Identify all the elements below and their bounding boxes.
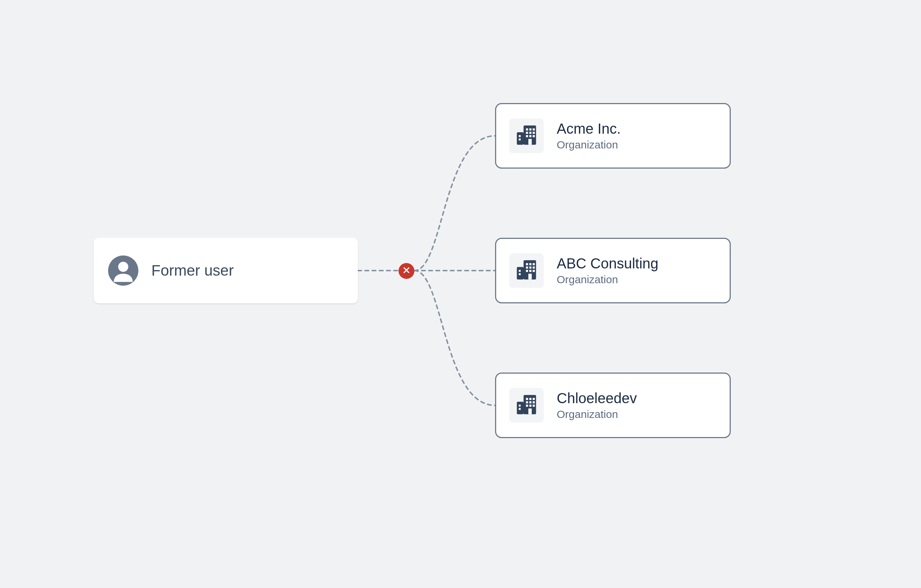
organization-text: Chloeleedev Organization bbox=[557, 390, 637, 421]
organization-name: Acme Inc. bbox=[557, 120, 621, 137]
svg-point-3 bbox=[118, 262, 128, 272]
close-icon bbox=[402, 266, 410, 276]
organization-icon-wrap bbox=[509, 119, 544, 153]
svg-rect-22 bbox=[532, 263, 535, 265]
svg-rect-36 bbox=[532, 398, 535, 400]
svg-rect-28 bbox=[532, 270, 535, 272]
disconnect-badge bbox=[399, 263, 414, 279]
svg-rect-12 bbox=[526, 135, 528, 137]
svg-rect-21 bbox=[529, 263, 532, 265]
building-icon bbox=[515, 123, 538, 148]
organization-type: Organization bbox=[557, 138, 621, 151]
svg-rect-11 bbox=[532, 132, 535, 134]
organization-icon-wrap bbox=[509, 388, 544, 422]
svg-rect-38 bbox=[529, 401, 532, 403]
svg-rect-8 bbox=[532, 128, 535, 130]
organization-text: Acme Inc. Organization bbox=[557, 120, 621, 151]
svg-rect-44 bbox=[519, 404, 521, 406]
svg-rect-7 bbox=[529, 128, 532, 130]
svg-rect-30 bbox=[519, 270, 521, 272]
svg-rect-10 bbox=[529, 132, 532, 134]
svg-rect-33 bbox=[517, 402, 524, 414]
svg-rect-37 bbox=[526, 401, 528, 403]
diagram-canvas: Former user bbox=[0, 0, 921, 588]
user-avatar-icon bbox=[108, 255, 138, 286]
svg-rect-17 bbox=[519, 138, 521, 140]
svg-rect-14 bbox=[532, 135, 535, 137]
organization-name: Chloeleedev bbox=[557, 390, 637, 406]
svg-rect-41 bbox=[529, 404, 532, 407]
svg-rect-39 bbox=[532, 401, 535, 403]
organization-text: ABC Consulting Organization bbox=[557, 255, 658, 286]
svg-rect-27 bbox=[529, 270, 532, 272]
svg-rect-15 bbox=[528, 139, 532, 145]
svg-rect-6 bbox=[526, 128, 528, 130]
organization-card: Acme Inc. Organization bbox=[495, 103, 731, 169]
svg-rect-24 bbox=[529, 266, 532, 269]
building-icon bbox=[515, 393, 538, 417]
organization-name: ABC Consulting bbox=[557, 255, 658, 272]
svg-rect-13 bbox=[529, 135, 532, 137]
svg-rect-43 bbox=[528, 409, 532, 414]
svg-rect-16 bbox=[519, 135, 521, 137]
svg-rect-5 bbox=[517, 132, 524, 145]
svg-rect-45 bbox=[519, 408, 521, 410]
user-card: Former user bbox=[94, 238, 358, 304]
organization-card: ABC Consulting Organization bbox=[495, 238, 731, 304]
user-label: Former user bbox=[151, 262, 234, 279]
svg-rect-25 bbox=[532, 266, 535, 269]
organization-type: Organization bbox=[557, 273, 658, 286]
svg-rect-9 bbox=[526, 132, 528, 134]
building-icon bbox=[515, 258, 538, 283]
organization-card: Chloeleedev Organization bbox=[495, 372, 731, 438]
svg-rect-26 bbox=[526, 270, 528, 272]
svg-rect-20 bbox=[526, 263, 528, 265]
svg-rect-23 bbox=[526, 266, 528, 269]
svg-rect-35 bbox=[529, 398, 532, 400]
organization-type: Organization bbox=[557, 408, 637, 421]
organization-icon-wrap bbox=[509, 253, 544, 288]
svg-rect-42 bbox=[532, 404, 535, 407]
svg-rect-40 bbox=[526, 404, 528, 407]
svg-rect-31 bbox=[519, 273, 521, 275]
svg-rect-29 bbox=[528, 274, 532, 279]
svg-rect-34 bbox=[526, 398, 528, 400]
